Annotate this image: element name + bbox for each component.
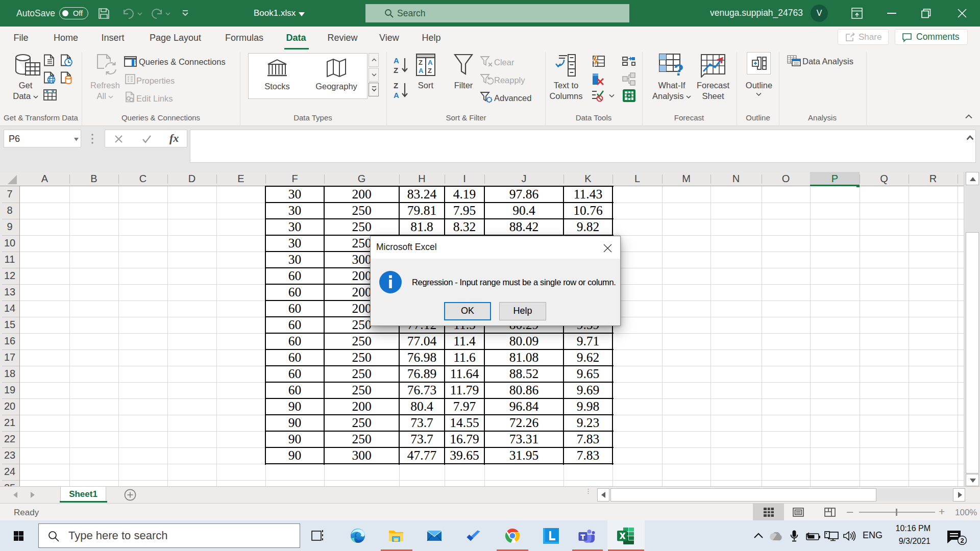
svg-text:Z: Z [394,81,398,90]
svg-text:?: ? [674,61,684,78]
svg-text:A: A [428,59,433,66]
svg-text:A: A [419,67,424,74]
svg-text:Z: Z [394,66,398,74]
svg-text:Z: Z [428,67,432,74]
svg-text:Z: Z [419,59,423,66]
svg-text:A: A [394,91,399,99]
svg-text:A: A [394,56,399,65]
svg-text:2: 2 [961,537,964,544]
